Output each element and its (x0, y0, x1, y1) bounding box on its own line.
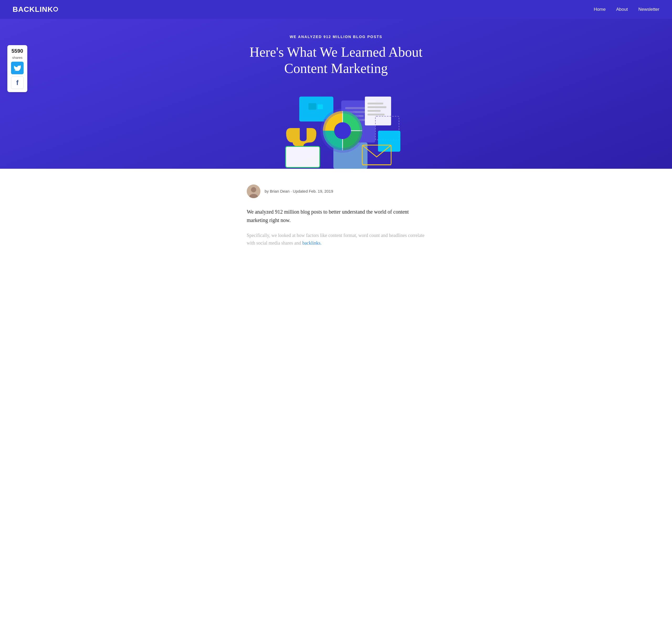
hero-illustration (263, 90, 409, 169)
nav-home[interactable]: Home (594, 7, 606, 12)
hero-title: Here's What We Learned About Content Mar… (247, 44, 425, 77)
content-section: by Brian Dean · Updated Feb. 19, 2019 We… (0, 169, 672, 258)
share-label: shares (12, 56, 22, 59)
twitter-icon (14, 65, 21, 71)
svg-rect-6 (367, 103, 383, 104)
facebook-icon: f (16, 79, 19, 87)
author-row: by Brian Dean · Updated Feb. 19, 2019 (247, 185, 425, 198)
author-byline: by Brian Dean · Updated Feb. 19, 2019 (265, 189, 333, 193)
svg-rect-26 (378, 131, 400, 152)
twitter-button[interactable] (11, 62, 24, 74)
navbar: BACKLINK Home About Newsletter (0, 0, 672, 19)
svg-rect-23 (286, 146, 320, 167)
illustration-svg (263, 90, 409, 169)
avatar-image (247, 185, 260, 198)
hero-subtitle: WE ANALYZED 912 MILLION BLOG POSTS (290, 34, 382, 39)
share-count: 5590 (11, 48, 23, 53)
svg-rect-7 (367, 106, 386, 108)
intro-paragraph: We analyzed 912 million blog posts to be… (247, 208, 425, 224)
author-avatar (247, 185, 260, 198)
svg-rect-8 (367, 110, 381, 112)
nav-links: Home About Newsletter (594, 7, 659, 12)
logo[interactable]: BACKLINK (13, 5, 58, 14)
svg-point-32 (334, 122, 351, 139)
secondary-paragraph: Specifically, we looked at how factors l… (247, 232, 425, 247)
backlinks-link[interactable]: backlinks. (302, 240, 321, 246)
share-box: 5590 shares f (7, 45, 27, 92)
svg-rect-9 (367, 114, 385, 116)
svg-point-35 (251, 187, 256, 192)
secondary-text-start: Specifically, we looked at how factors l… (247, 233, 425, 246)
hero-section: 5590 shares f WE ANALYZED 912 MILLION BL… (0, 19, 672, 169)
svg-rect-12 (308, 103, 316, 110)
svg-rect-13 (318, 104, 323, 109)
logo-icon (53, 7, 58, 11)
logo-text: BACKLINK (13, 5, 53, 14)
nav-newsletter[interactable]: Newsletter (639, 7, 659, 12)
svg-rect-1 (345, 107, 366, 109)
facebook-button[interactable]: f (11, 76, 24, 89)
nav-about[interactable]: About (616, 7, 628, 12)
